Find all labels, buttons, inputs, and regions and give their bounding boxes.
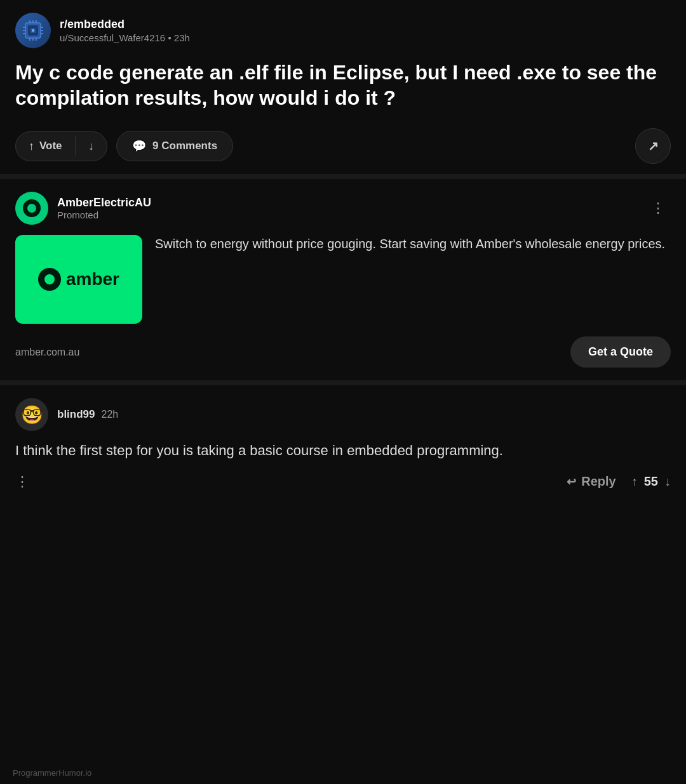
advertiser-name[interactable]: AmberElectricAU: [57, 196, 151, 209]
post-header: r/embedded u/Successful_Wafer4216 • 23h: [15, 13, 671, 48]
advertiser-avatar: [15, 192, 48, 225]
ad-description: Switch to energy without price gouging. …: [155, 235, 671, 324]
comment-avatar: 🤓: [15, 398, 48, 431]
comment-author[interactable]: blind99: [57, 408, 95, 421]
ad-promoted-label: Promoted: [57, 209, 151, 220]
ad-meta: AmberElectricAU Promoted: [57, 196, 151, 220]
svg-rect-3: [23, 30, 25, 31]
page-footer: ProgrammerHumor.io: [13, 768, 91, 778]
ad-header-left: AmberElectricAU Promoted: [15, 192, 151, 225]
subreddit-avatar: [15, 13, 51, 48]
svg-rect-9: [32, 20, 34, 23]
upvote-button[interactable]: Vote: [16, 132, 75, 161]
comment-section: 🤓 blind99 22h I think the first step for…: [0, 385, 686, 503]
post-title: My c code generate an .elf file in Eclip…: [15, 60, 671, 110]
avatar-emoji: 🤓: [21, 404, 43, 425]
comment-upvote-icon[interactable]: ↑: [631, 474, 638, 489]
post-author[interactable]: u/Successful_Wafer4216: [60, 32, 165, 43]
downvote-icon: [88, 140, 94, 153]
svg-rect-12: [32, 38, 34, 41]
svg-rect-8: [29, 20, 30, 23]
svg-rect-5: [41, 27, 43, 28]
comment-vote: ↑ 55 ↓: [631, 474, 671, 489]
upvote-icon: [29, 140, 34, 153]
reply-label: Reply: [581, 474, 615, 489]
ad-cta-button[interactable]: Get a Quote: [570, 336, 671, 368]
vote-pill: Vote: [15, 131, 107, 161]
comment-downvote-icon[interactable]: ↓: [664, 474, 671, 489]
subreddit-name[interactable]: r/embedded: [60, 18, 190, 31]
comment-header: 🤓 blind99 22h: [15, 398, 671, 431]
ad-more-options[interactable]: ⋮: [646, 197, 671, 219]
reply-icon: [567, 474, 576, 489]
ad-image[interactable]: amber: [15, 235, 142, 324]
advertiser-avatar-inner: [22, 198, 42, 218]
post-actions: Vote 💬 9 Comments: [15, 128, 671, 164]
ad-content: amber Switch to energy without price gou…: [15, 235, 671, 324]
svg-rect-13: [36, 38, 37, 41]
comment-actions: ⋮ Reply ↑ 55 ↓: [15, 474, 671, 490]
ad-logo-text: amber: [66, 269, 119, 289]
svg-rect-7: [41, 33, 43, 34]
share-button[interactable]: [635, 128, 671, 164]
share-icon: [648, 138, 659, 154]
post-time-separator: •: [168, 32, 173, 43]
svg-rect-6: [41, 30, 43, 31]
ad-logo-icon: [38, 268, 61, 291]
footer-label: ProgrammerHumor.io: [13, 768, 91, 778]
post-author-time: u/Successful_Wafer4216 • 23h: [60, 32, 190, 43]
svg-rect-11: [29, 38, 30, 41]
comment-time: 22h: [102, 409, 119, 420]
svg-point-15: [32, 29, 34, 32]
comment-section-divider: [0, 380, 686, 385]
section-divider: [0, 174, 686, 179]
downvote-button[interactable]: [76, 132, 107, 161]
ad-section: AmberElectricAU Promoted ⋮ amber Switch …: [0, 179, 686, 380]
ad-header: AmberElectricAU Promoted ⋮: [15, 192, 671, 225]
ad-url: amber.com.au: [15, 347, 79, 358]
comment-more-options[interactable]: ⋮: [15, 474, 29, 490]
post-time: 23h: [174, 32, 190, 43]
comment-vote-count: 55: [644, 474, 658, 489]
reply-button[interactable]: Reply: [567, 474, 615, 489]
comment-body: I think the first step for you is taking…: [15, 441, 671, 461]
comments-label: 9 Comments: [152, 140, 217, 152]
ad-logo: amber: [38, 268, 119, 291]
svg-rect-2: [23, 27, 25, 28]
post-section: r/embedded u/Successful_Wafer4216 • 23h …: [0, 0, 686, 174]
vote-label: Vote: [39, 140, 62, 152]
post-meta: r/embedded u/Successful_Wafer4216 • 23h: [60, 18, 190, 43]
comment-author-time: blind99 22h: [57, 408, 118, 421]
svg-rect-4: [23, 33, 25, 34]
ad-footer: amber.com.au Get a Quote: [15, 336, 671, 368]
comments-button[interactable]: 💬 9 Comments: [116, 131, 233, 161]
svg-rect-10: [36, 20, 37, 23]
comment-icon: 💬: [132, 139, 146, 153]
